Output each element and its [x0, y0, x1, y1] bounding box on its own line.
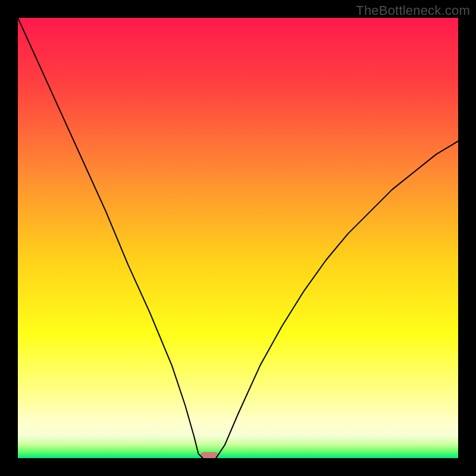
- bottleneck-chart: [18, 18, 458, 458]
- chart-background: [18, 18, 458, 458]
- chart-frame: TheBottleneck.com: [0, 0, 476, 476]
- bottleneck-marker: [201, 452, 218, 458]
- watermark-text: TheBottleneck.com: [356, 3, 470, 18]
- chart-svg: [18, 18, 458, 458]
